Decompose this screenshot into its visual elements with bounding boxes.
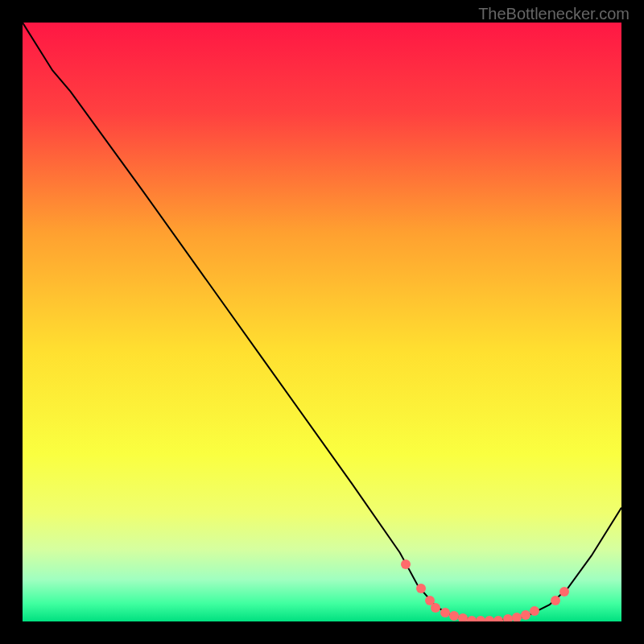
dot-layer: [23, 23, 621, 621]
data-dot: [449, 611, 459, 621]
data-dot: [503, 614, 513, 621]
data-dot: [416, 584, 426, 593]
data-dot: [559, 587, 569, 597]
data-dot: [431, 603, 440, 613]
watermark-text: TheBottlenecker.com: [478, 5, 630, 23]
data-dot: [530, 606, 539, 616]
data-dot: [401, 559, 411, 569]
plot-area: [23, 23, 621, 621]
data-dot: [551, 596, 560, 605]
